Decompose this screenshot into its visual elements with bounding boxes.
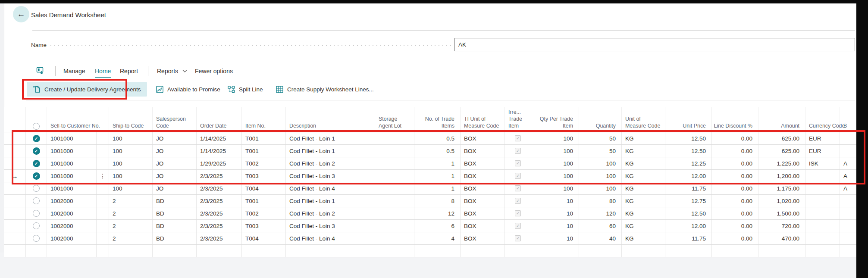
cell-item-no[interactable]: T002 — [242, 157, 286, 169]
cell-ti-unit-of-measure-code[interactable]: BOX — [461, 157, 505, 169]
cell-ti-unit-of-measure-code[interactable]: BOX — [461, 207, 505, 219]
menu-home[interactable]: Home — [95, 68, 111, 75]
cell-sell-to-customer-no[interactable]: 1001000 — [47, 170, 97, 182]
row-unselected-radio-icon[interactable] — [33, 222, 40, 229]
cell-ti-unit-of-measure-code[interactable]: BOX — [461, 145, 505, 157]
cell-salesperson-code[interactable]: JO — [153, 170, 197, 182]
col-header-quantity[interactable]: Quantity — [579, 107, 622, 132]
cell-storage-agent-lot[interactable] — [375, 182, 414, 194]
cell-order-date[interactable]: 2/3/2025 — [197, 207, 242, 219]
cell-salesperson-code[interactable]: JO — [153, 145, 197, 157]
col-header-unit-price[interactable]: Unit Price — [665, 107, 712, 132]
cell-line-discount-pct[interactable]: 0.00 — [712, 232, 758, 244]
cell-storage-agent-lot[interactable] — [375, 132, 414, 144]
cell-amount[interactable]: 470.00 — [758, 232, 805, 244]
col-header-currency-code[interactable]: Currency Code — [805, 107, 840, 132]
row-select-checkbox[interactable] — [26, 207, 47, 219]
col-header-salesperson-code[interactable]: Salesperson Code — [153, 107, 197, 132]
cell-order-date[interactable]: 2/3/2025 — [197, 195, 242, 207]
cell-amount[interactable]: 625.00 — [758, 145, 805, 157]
cell-storage-agent-lot[interactable] — [375, 195, 414, 207]
cell-ship-to-code[interactable]: 100 — [109, 170, 153, 182]
row-unselected-radio-icon[interactable] — [33, 185, 40, 192]
menu-report[interactable]: Report — [120, 68, 138, 75]
col-header-no-of-trade-items[interactable]: No. of Trade Items — [414, 107, 461, 132]
cell-ship-to-code[interactable]: 2 — [109, 232, 153, 244]
cell-qty-per-trade-item[interactable]: 100 — [531, 157, 579, 169]
cell-description[interactable]: Cod Fillet - Loin 4 — [286, 182, 375, 194]
cell-no-of-trade-items[interactable]: 0.5 — [414, 132, 461, 144]
cell-sell-to-customer-no[interactable]: 1001000 — [47, 182, 97, 194]
cell-amount[interactable]: 1,225.00 — [758, 157, 805, 169]
cell-description[interactable]: Cod Fillet - Loin 3 — [286, 220, 375, 232]
cell-currency-code[interactable] — [805, 195, 840, 207]
col-header-description[interactable]: Description — [286, 107, 375, 132]
cell-no-of-trade-items[interactable]: 6 — [414, 220, 461, 232]
cell-storage-agent-lot[interactable] — [375, 170, 414, 182]
cell-unit-price[interactable]: 12.25 — [665, 157, 712, 169]
cell-unit-price[interactable]: 11.75 — [665, 182, 712, 194]
cell-item-no[interactable]: T003 — [242, 170, 286, 182]
menu-fewer-options[interactable]: Fewer options — [195, 68, 233, 75]
cell-no-of-trade-items[interactable]: 1 — [414, 182, 461, 194]
col-header-irregular-trade-item[interactable]: Irre... Trade Item — [505, 107, 531, 132]
row-selected-check-icon[interactable]: ✓ — [33, 160, 40, 167]
worksheet-name-input[interactable] — [454, 38, 855, 51]
cell-order-date[interactable]: 1/29/2025 — [197, 157, 242, 169]
row-select-checkbox[interactable]: ✓ — [26, 157, 47, 169]
cell-description[interactable]: Cod Fillet - Loin 2 — [286, 207, 375, 219]
cell-ti-unit-of-measure-code[interactable]: BOX — [461, 232, 505, 244]
row-select-checkbox[interactable] — [26, 232, 47, 244]
cell-currency-code[interactable] — [805, 232, 840, 244]
cell-qty-per-trade-item[interactable]: 100 — [531, 170, 579, 182]
cell-sell-to-customer-no[interactable]: 1002000 — [47, 195, 97, 207]
cell-amount[interactable]: 1,020.00 — [758, 195, 805, 207]
cell-salesperson-code[interactable]: BD — [153, 207, 197, 219]
row-select-checkbox[interactable] — [26, 195, 47, 207]
cell-no-of-trade-items[interactable]: 0.5 — [414, 145, 461, 157]
cell-qty-per-trade-item[interactable]: 100 — [531, 132, 579, 144]
cell-order-date[interactable]: 1/14/2025 — [197, 145, 242, 157]
menu-manage[interactable]: Manage — [63, 68, 85, 75]
cell-sell-to-customer-no[interactable]: 1002000 — [47, 207, 97, 219]
col-header-unit-of-measure-code[interactable]: Unit of Measure Code — [622, 107, 665, 132]
cell-currency-code[interactable] — [805, 207, 840, 219]
cell-ship-to-code[interactable]: 100 — [109, 145, 153, 157]
cell-unit-price[interactable]: 12.50 — [665, 207, 712, 219]
cell-unit-price[interactable]: 12.00 — [665, 170, 712, 182]
cell-item-no[interactable]: T001 — [242, 145, 286, 157]
cell-ti-unit-of-measure-code[interactable]: BOX — [461, 170, 505, 182]
col-header-storage-agent-lot[interactable]: Storage Agent Lot — [375, 107, 414, 132]
cell-quantity[interactable]: 100 — [579, 170, 622, 182]
cell-unit-of-measure-code[interactable]: KG — [622, 157, 665, 169]
cell-no-of-trade-items[interactable]: 8 — [414, 195, 461, 207]
cell-order-date[interactable]: 1/14/2025 — [197, 132, 242, 144]
row-unselected-radio-icon[interactable] — [33, 235, 40, 242]
cell-quantity[interactable]: 120 — [579, 207, 622, 219]
cell-unit-of-measure-code[interactable]: KG — [622, 170, 665, 182]
col-header-ti-unit-of-measure-code[interactable]: TI Unit of Measure Code — [461, 107, 505, 132]
cell-order-date[interactable]: 2/3/2025 — [197, 232, 242, 244]
cell-item-no[interactable]: T001 — [242, 132, 286, 144]
cell-currency-code[interactable]: EUR — [805, 145, 840, 157]
cell-item-no[interactable]: T004 — [242, 182, 286, 194]
cell-no-of-trade-items[interactable]: 4 — [414, 232, 461, 244]
cell-sell-to-customer-no[interactable]: 1001000 — [47, 157, 97, 169]
cell-ti-unit-of-measure-code[interactable]: BOX — [461, 182, 505, 194]
cell-unit-price[interactable]: 12.50 — [665, 132, 712, 144]
cell-salesperson-code[interactable]: BD — [153, 195, 197, 207]
cell-salesperson-code[interactable]: BD — [153, 220, 197, 232]
cell-unit-price[interactable]: 11.75 — [665, 232, 712, 244]
cell-line-discount-pct[interactable]: 0.00 — [712, 207, 758, 219]
cell-quantity[interactable]: 80 — [579, 195, 622, 207]
cell-line-discount-pct[interactable]: 0.00 — [712, 220, 758, 232]
cell-order-date[interactable]: 2/3/2025 — [197, 220, 242, 232]
cell-salesperson-code[interactable]: BD — [153, 232, 197, 244]
col-header-order-date[interactable]: Order Date — [197, 107, 242, 132]
cell-unit-of-measure-code[interactable]: KG — [622, 207, 665, 219]
cell-description[interactable]: Cod Fillet - Loin 2 — [286, 157, 375, 169]
cell-ship-to-code[interactable]: 2 — [109, 220, 153, 232]
row-unselected-radio-icon[interactable] — [33, 197, 40, 204]
col-header-b[interactable]: B — [840, 107, 856, 132]
create-update-delivery-agreements-button[interactable]: Create / Update Delivery Agreements — [27, 82, 147, 97]
